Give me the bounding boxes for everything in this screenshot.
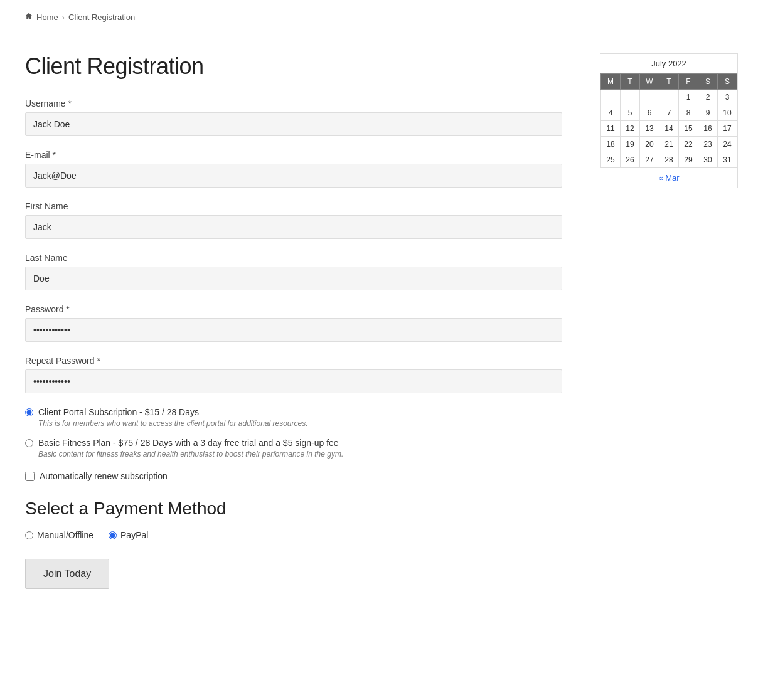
auto-renew-checkbox[interactable] xyxy=(25,472,35,481)
payment-title: Select a Payment Method xyxy=(25,499,562,519)
calendar-nav: « Mar xyxy=(600,168,737,188)
payment-paypal-text: PayPal xyxy=(120,530,148,540)
subscription-basic-radio[interactable] xyxy=(25,439,33,447)
calendar-week-row: 123 xyxy=(601,90,737,105)
calendar-day: 23 xyxy=(698,137,718,152)
calendar-day: 26 xyxy=(621,152,640,168)
firstname-label: First Name xyxy=(25,201,562,211)
firstname-group: First Name xyxy=(25,201,562,239)
calendar-week-row: 45678910 xyxy=(601,105,737,121)
calendar-header-row: M T W T F S S xyxy=(601,74,737,90)
calendar-prev-link[interactable]: « Mar xyxy=(658,173,679,183)
breadcrumb-separator: › xyxy=(62,13,65,22)
repeat-password-group: Repeat Password * xyxy=(25,356,562,393)
calendar-day: 4 xyxy=(601,105,621,121)
email-label: E-mail * xyxy=(25,150,562,160)
repeat-password-label: Repeat Password * xyxy=(25,356,562,366)
calendar-day: 13 xyxy=(640,121,659,137)
page-title: Client Registration xyxy=(25,53,562,80)
main-form: Client Registration Username * E-mail * … xyxy=(25,53,562,589)
page-wrapper: Home › Client Registration Client Regist… xyxy=(0,0,763,627)
cal-header-fri: F xyxy=(679,74,698,90)
calendar-day: 19 xyxy=(621,137,640,152)
join-today-button[interactable]: Join Today xyxy=(25,559,109,589)
breadcrumb-current: Client Registration xyxy=(68,13,135,22)
calendar-week-row: 11121314151617 xyxy=(601,121,737,137)
password-input[interactable] xyxy=(25,318,562,342)
sidebar: July 2022 M T W T F S S xyxy=(600,53,738,188)
subscription-portal-desc: This is for members who want to access t… xyxy=(38,419,308,428)
subscription-option-portal: Client Portal Subscription - $15 / 28 Da… xyxy=(25,407,562,428)
email-group: E-mail * xyxy=(25,150,562,188)
calendar-day xyxy=(621,90,640,105)
calendar-day: 8 xyxy=(679,105,698,121)
lastname-input[interactable] xyxy=(25,267,562,290)
username-input[interactable] xyxy=(25,112,562,136)
cal-header-sat: S xyxy=(698,74,718,90)
payment-offline: Manual/Offline xyxy=(25,530,93,540)
calendar-day: 12 xyxy=(621,121,640,137)
cal-header-thu: T xyxy=(659,74,679,90)
subscription-basic-label[interactable]: Basic Fitness Plan - $75 / 28 Days with … xyxy=(25,438,562,459)
home-icon xyxy=(25,13,33,22)
subscription-basic-title: Basic Fitness Plan - $75 / 28 Days with … xyxy=(38,438,343,448)
firstname-input[interactable] xyxy=(25,215,562,239)
payment-offline-radio[interactable] xyxy=(25,531,33,539)
auto-renew-group: Automatically renew subscription xyxy=(25,471,562,481)
calendar: July 2022 M T W T F S S xyxy=(600,53,738,188)
password-group: Password * xyxy=(25,304,562,342)
calendar-day: 5 xyxy=(621,105,640,121)
payment-offline-text: Manual/Offline xyxy=(37,530,93,540)
calendar-day xyxy=(601,90,621,105)
calendar-day: 21 xyxy=(659,137,679,152)
calendar-day: 2 xyxy=(698,90,718,105)
calendar-day xyxy=(659,90,679,105)
subscription-portal-label[interactable]: Client Portal Subscription - $15 / 28 Da… xyxy=(25,407,562,428)
cal-header-tue: T xyxy=(621,74,640,90)
calendar-day xyxy=(640,90,659,105)
calendar-day: 11 xyxy=(601,121,621,137)
cal-header-wed: W xyxy=(640,74,659,90)
calendar-day: 31 xyxy=(718,152,737,168)
calendar-day: 24 xyxy=(718,137,737,152)
calendar-day: 10 xyxy=(718,105,737,121)
subscription-basic-desc: Basic content for fitness freaks and hea… xyxy=(38,450,343,459)
subscription-portal-radio[interactable] xyxy=(25,408,33,416)
calendar-day: 20 xyxy=(640,137,659,152)
calendar-day: 7 xyxy=(659,105,679,121)
auto-renew-label[interactable]: Automatically renew subscription xyxy=(40,471,168,481)
payment-paypal: PayPal xyxy=(109,530,148,540)
calendar-day: 9 xyxy=(698,105,718,121)
email-input[interactable] xyxy=(25,164,562,188)
breadcrumb: Home › Client Registration xyxy=(25,13,738,22)
breadcrumb-home-link[interactable]: Home xyxy=(36,13,58,22)
lastname-label: Last Name xyxy=(25,253,562,263)
calendar-day: 27 xyxy=(640,152,659,168)
calendar-week-row: 18192021222324 xyxy=(601,137,737,152)
calendar-day: 14 xyxy=(659,121,679,137)
cal-header-sun: S xyxy=(718,74,737,90)
payment-paypal-label[interactable]: PayPal xyxy=(109,530,148,540)
payment-methods: Manual/Offline PayPal xyxy=(25,530,562,540)
calendar-day: 17 xyxy=(718,121,737,137)
username-label: Username * xyxy=(25,98,562,109)
payment-paypal-radio[interactable] xyxy=(109,531,117,539)
password-label: Password * xyxy=(25,304,562,314)
content-area: Client Registration Username * E-mail * … xyxy=(25,53,738,589)
cal-header-mon: M xyxy=(601,74,621,90)
calendar-day: 22 xyxy=(679,137,698,152)
payment-offline-label[interactable]: Manual/Offline xyxy=(25,530,93,540)
repeat-password-input[interactable] xyxy=(25,369,562,393)
calendar-day: 3 xyxy=(718,90,737,105)
calendar-week-row: 25262728293031 xyxy=(601,152,737,168)
calendar-day: 30 xyxy=(698,152,718,168)
subscription-options: Client Portal Subscription - $15 / 28 Da… xyxy=(25,407,562,459)
calendar-day: 28 xyxy=(659,152,679,168)
calendar-day: 1 xyxy=(679,90,698,105)
calendar-table: M T W T F S S 12345678910111213141516171… xyxy=(600,73,737,168)
calendar-day: 6 xyxy=(640,105,659,121)
calendar-day: 25 xyxy=(601,152,621,168)
calendar-day: 16 xyxy=(698,121,718,137)
subscription-option-basic: Basic Fitness Plan - $75 / 28 Days with … xyxy=(25,438,562,459)
username-group: Username * xyxy=(25,98,562,136)
